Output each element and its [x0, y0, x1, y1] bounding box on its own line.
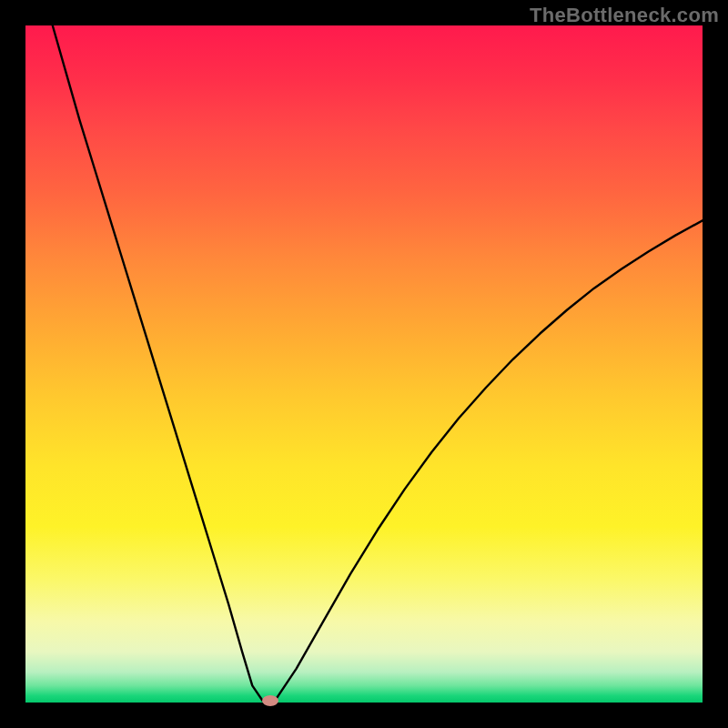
plot-area — [25, 25, 703, 703]
chart-frame: TheBottleneck.com — [0, 0, 728, 728]
optimal-point-marker — [262, 695, 278, 706]
watermark-text: TheBottleneck.com — [530, 4, 719, 27]
curve-svg — [25, 25, 703, 703]
bottleneck-curve — [53, 25, 703, 701]
